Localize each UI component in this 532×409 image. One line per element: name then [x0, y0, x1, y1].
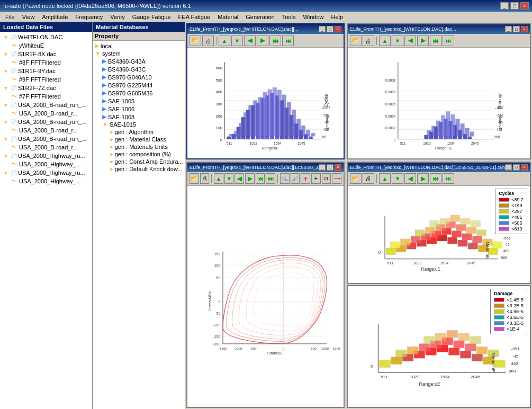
chart-minimize-button[interactable]: _ [319, 164, 326, 171]
menu-tools[interactable]: Tools [279, 13, 299, 21]
zoom-out-button[interactable]: 🔎 [291, 173, 300, 184]
print-button[interactable]: 🖨 [363, 173, 374, 184]
tree-item-8f[interactable]: 〜 #8F:FFTFiltered [1, 58, 91, 67]
tree-item-s1r1f9y[interactable]: ▼ 📄 S1R1F-9Y.dac [1, 67, 91, 75]
material-tree[interactable]: ▶ local ▼ system ▶ BS4360-G43A ▶ BS4360-… [93, 41, 185, 409]
open-button[interactable]: 📂 [190, 173, 199, 184]
menu-file[interactable]: File [2, 13, 18, 21]
fit-button[interactable]: ⊡ [322, 173, 331, 184]
mat-sae1005[interactable]: ▶ SAE-1005 [94, 97, 184, 105]
crosshair-button[interactable]: ✛ [301, 173, 310, 184]
left-button[interactable]: ◀ [404, 173, 416, 184]
first-button[interactable]: ⏮ [256, 173, 265, 184]
tree-item-usahwy2w[interactable]: 〜 USA_2000_Highway_... [1, 177, 91, 185]
open-button[interactable]: 📂 [350, 35, 362, 46]
tree-item-usahwy1w[interactable]: 〜 USA_2000_Highway_... [1, 160, 91, 168]
menu-amplitude[interactable]: Amplitude [39, 13, 71, 21]
down-button[interactable]: ▼ [392, 35, 403, 46]
print-button[interactable]: 🖨 [200, 173, 210, 184]
chart-maximize-button[interactable]: □ [513, 164, 520, 171]
up-button[interactable]: ▲ [219, 35, 230, 46]
first-button[interactable]: ⏮ [430, 35, 441, 46]
chart-close-button[interactable]: × [521, 164, 528, 171]
menu-window[interactable]: Window [300, 13, 327, 21]
tree-item-usahwy1[interactable]: ▼ 📄 USA_2000_Highway_ru... [1, 152, 91, 160]
close-button[interactable]: × [520, 2, 529, 10]
mat-gen-const[interactable]: ● gen : Const Amp Endura... [94, 158, 184, 165]
last-button[interactable]: ⏭ [443, 35, 454, 46]
open-button[interactable]: 📂 [350, 173, 362, 184]
loaded-data-tree[interactable]: ▼ 📄 WHITELON.DAC 〜 yWhiteuE ▼ 📄 S1R1F-8X… [0, 32, 92, 409]
open-button[interactable]: 📂 [190, 35, 201, 46]
up-button[interactable]: ▲ [214, 173, 223, 184]
down-button[interactable]: ▼ [392, 173, 403, 184]
tree-item-whitelon[interactable]: ▼ 📄 WHITELON.DAC [1, 33, 91, 41]
first-button[interactable]: ⏮ [430, 173, 441, 184]
mat-bs970g040[interactable]: ▶ BS970 G040A10 [94, 73, 184, 81]
chart-maximize-button[interactable]: □ [513, 26, 520, 32]
last-button[interactable]: ⏭ [282, 35, 294, 46]
menu-fea-fatigue[interactable]: FEA Fatigue [175, 13, 214, 21]
right-button[interactable]: ▶ [417, 35, 429, 46]
minimize-button[interactable]: _ [500, 2, 509, 10]
print-button[interactable]: 🖨 [202, 35, 214, 46]
tree-item-ywhiteue[interactable]: 〜 yWhiteuE [1, 41, 91, 50]
chart-close-button[interactable]: × [335, 26, 341, 32]
mat-sae1006[interactable]: ▶ SAE-1006 [94, 105, 184, 113]
first-button[interactable]: ⏮ [269, 35, 281, 46]
chart-maximize-button[interactable]: □ [327, 164, 333, 171]
menu-frequency[interactable]: Frequency [72, 13, 106, 21]
mat-local[interactable]: ▶ local [94, 42, 184, 50]
chart-minimize-button[interactable]: _ [505, 26, 512, 32]
mat-gen-units[interactable]: ● gen : Materials Units [94, 143, 184, 150]
signal-button[interactable]: ⟿ [332, 173, 341, 184]
add-button[interactable]: + [311, 173, 321, 184]
mat-bs970g605[interactable]: ▶ BS970 G605M36 [94, 89, 184, 97]
mat-gen-alg[interactable]: ● gen : Algorithm [94, 128, 184, 136]
tree-item-usa2[interactable]: ▼ 📄 USA_2000_B-road_run_... [1, 118, 91, 126]
tree-item-7f[interactable]: 〜 #7F:FFTFiltered [1, 92, 91, 101]
left-button[interactable]: ◀ [244, 35, 256, 46]
left-button[interactable]: ◀ [404, 35, 416, 46]
right-button[interactable]: ▶ [257, 35, 268, 46]
tree-item-usa1w[interactable]: 〜 USA_2000_B-road_r... [1, 109, 91, 118]
tree-item-s1r2f7z[interactable]: ▼ 📄 S1R2F-7Z.dac [1, 84, 91, 92]
chart-maximize-button[interactable]: □ [327, 26, 333, 32]
menu-view[interactable]: View [19, 13, 38, 21]
down-button[interactable]: ▼ [224, 173, 234, 184]
mat-sae1008[interactable]: ▶ SAE-1008 [94, 113, 184, 121]
mat-gen-default[interactable]: ● gen : Default Knock dow... [94, 165, 184, 173]
menu-help[interactable]: Help [328, 13, 347, 21]
left-button[interactable]: ◀ [235, 173, 244, 184]
chart-minimize-button[interactable]: _ [319, 26, 326, 32]
mat-sae1015[interactable]: ▼ SAE-1015 [94, 121, 184, 128]
tree-item-usa3[interactable]: ▼ 📄 USA_2000_B-road_run_... [1, 135, 91, 143]
mat-bs4360g43a[interactable]: ▶ BS4360-G43A [94, 57, 184, 65]
menu-gauge-fatigue[interactable]: Gauge Fatigue [129, 13, 174, 21]
chart-minimize-button[interactable]: _ [505, 164, 512, 171]
zoom-in-button[interactable]: 🔍 [280, 173, 290, 184]
up-button[interactable]: ▲ [379, 35, 391, 46]
menu-material[interactable]: Material [214, 13, 241, 21]
down-button[interactable]: ▼ [231, 35, 243, 46]
mat-system[interactable]: ▼ system [94, 50, 184, 57]
tree-item-usahwy2[interactable]: ▼ 📄 USA_2000_Highway_ru... [1, 168, 91, 177]
chart-close-button[interactable]: × [335, 164, 341, 171]
tree-item-usa3w[interactable]: 〜 USA_2000_B-road_r... [1, 143, 91, 152]
tree-item-9f[interactable]: 〜 #9F:FFTFiltered [1, 75, 91, 84]
tree-item-s1r1f8x[interactable]: ▼ 📄 S1R1F-8X.dac [1, 50, 91, 58]
mat-bs970g225[interactable]: ▶ BS970 G225M44 [94, 81, 184, 89]
print-button[interactable]: 🖨 [363, 35, 374, 46]
right-button[interactable]: ▶ [245, 173, 255, 184]
chart-close-button[interactable]: × [521, 26, 528, 32]
menu-generation[interactable]: Generation [242, 13, 277, 21]
maximize-button[interactable]: □ [510, 2, 519, 10]
last-button[interactable]: ⏭ [443, 173, 454, 184]
mat-gen-comp[interactable]: ● gen : composition (%) [94, 150, 184, 158]
last-button[interactable]: ⏭ [266, 173, 275, 184]
tree-item-usa1[interactable]: ▼ 📄 USA_2000_B-road_run_... [1, 101, 91, 109]
menu-verity[interactable]: Verity [107, 13, 128, 21]
tree-item-usa2w[interactable]: 〜 USA_2000_B-road_r... [1, 126, 91, 135]
mat-bs4360g43c[interactable]: ▶ BS4360-G43C [94, 65, 184, 73]
up-button[interactable]: ▲ [379, 173, 391, 184]
